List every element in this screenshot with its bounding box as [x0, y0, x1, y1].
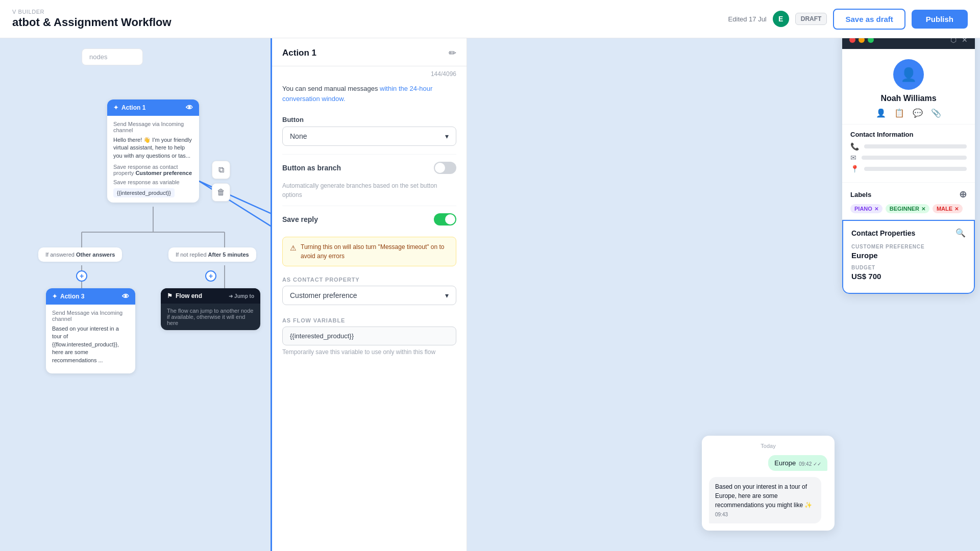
sparkle-icon2: ✦ [52, 293, 57, 300]
email-bar [862, 156, 967, 160]
branch-desc: Automatically generate branches based on… [282, 181, 456, 199]
remove-male[interactable]: ✕ [954, 206, 959, 212]
draft-badge: DRAFT [795, 13, 827, 25]
labels-section: Labels ⊕ PIANO ✕ BEGINNER ✕ MALE ✕ [842, 183, 975, 220]
node-send-msg: Send Message via Incoming channel [113, 121, 193, 133]
flow-variable-label: AS FLOW VARIABLE [272, 313, 467, 327]
chat-bubble-europe: Europe 09:42 ✓✓ [768, 455, 827, 471]
add-label-button[interactable]: ⊕ [959, 189, 967, 200]
flow-variable-hint: Temporarily save this variable to use on… [282, 348, 456, 356]
attachment-icon[interactable]: 📎 [931, 108, 941, 118]
label-beginner: BEGINNER ✕ [886, 204, 929, 213]
user-icon[interactable]: 👤 [876, 108, 886, 118]
customer-preference-label: CUSTOMER PREFERENCE [851, 244, 966, 249]
node-flow-end-body: The flow can jump to another node if ava… [161, 304, 260, 330]
delete-button[interactable]: 🗑 [212, 183, 230, 202]
char-count: 144/4096 [272, 66, 467, 80]
phone-bar [864, 144, 967, 148]
save-draft-button[interactable]: Save as draft [833, 9, 905, 30]
plus-btn-left[interactable]: + [76, 270, 87, 282]
warning-icon: ⚠ [290, 243, 297, 254]
action-panel-header: Action 1 ✏ [272, 38, 467, 66]
properties-section: Contact Properties 🔍 CUSTOMER PREFERENCE… [842, 220, 975, 294]
eye-icon2[interactable]: 👁 [122, 292, 129, 300]
button-as-branch-toggle[interactable] [434, 162, 456, 174]
contact-info-section: Contact Information 📞 ✉ 📍 [842, 124, 975, 183]
flag-icon: ⚑ [167, 292, 173, 299]
publish-button[interactable]: Publish [912, 10, 968, 29]
node-action1-body: Send Message via Incoming channel Hello … [107, 116, 199, 203]
label-piano: PIANO ✕ [850, 204, 883, 213]
branch-other-answers[interactable]: If answered Other answers [38, 247, 122, 262]
node-message-text: Hello there! 👋 I'm your friendly virtual… [113, 136, 193, 160]
contact-email-row: ✉ [850, 154, 967, 162]
contact-property-label: AS CONTACT PROPERTY [272, 272, 467, 286]
jump-to-label: ➜ Jump to [229, 293, 254, 299]
chat-bubble-right-wrapper: Europe 09:42 ✓✓ [709, 455, 827, 473]
node-action1[interactable]: ✦ Action 1 👁 Send Message via Incoming c… [107, 99, 199, 203]
node-save-response1: Save response as contact property Custom… [113, 164, 193, 176]
float-actions: ⧉ 🗑 [212, 161, 230, 202]
remove-beginner[interactable]: ✕ [921, 206, 925, 212]
copy-button[interactable]: ⧉ [212, 161, 230, 179]
location-bar [864, 167, 967, 171]
save-reply-label: Save reply [282, 215, 318, 223]
label-male: MALE ✕ [933, 204, 963, 213]
button-section-label: Button [272, 110, 467, 127]
button-as-branch-row: Button as branch [282, 154, 456, 181]
node-flow-end[interactable]: ⚑ Flow end ➜ Jump to The flow can jump t… [161, 288, 260, 330]
save-reply-row: Save reply [282, 206, 456, 233]
top-bar-right: Edited 17 Jul E DRAFT Save as draft Publ… [728, 9, 968, 30]
chevron-down-icon: ▾ [445, 132, 449, 140]
node-action1-header: ✦ Action 1 👁 [107, 99, 199, 116]
contact-header: 👤 Noah Williams 👤 📋 💬 📎 [842, 49, 975, 124]
location-icon: 📍 [850, 165, 859, 173]
branch-not-replied[interactable]: If not replied After 5 minutes [168, 247, 256, 262]
chat-today: Today [709, 443, 827, 449]
button-dropdown[interactable]: None ▾ [282, 127, 456, 146]
plus-btn-right[interactable]: + [205, 270, 216, 282]
eye-icon[interactable]: 👁 [186, 104, 193, 112]
top-bar: V BUILDER atbot & Assignment Workflow Ed… [0, 0, 980, 38]
search-properties-icon[interactable]: 🔍 [955, 228, 966, 238]
action-panel: Action 1 ✏ 144/4096 You can send manual … [271, 38, 467, 551]
node-save-response2: Save response as variable [113, 179, 193, 185]
remove-piano[interactable]: ✕ [874, 206, 878, 212]
label-tags: PIANO ✕ BEGINNER ✕ MALE ✕ [850, 204, 967, 213]
contact-phone-row: 📞 [850, 142, 967, 151]
phone-icon: 📞 [850, 142, 859, 151]
node-action3-body: Send Message via Incoming channel Based … [46, 305, 135, 373]
flow-variable-input[interactable]: {{interested_product}} [282, 327, 456, 345]
clipboard-icon[interactable]: 📋 [894, 108, 904, 118]
sparkle-icon: ✦ [113, 104, 118, 111]
email-icon: ✉ [850, 154, 856, 162]
chat-time-right: 09:42 ✓✓ [799, 461, 821, 467]
node-variable: {{interested_product}} [113, 188, 175, 197]
budget-value: US$ 700 [851, 272, 966, 281]
user-avatar: E [773, 11, 789, 27]
edit-icon[interactable]: ✏ [449, 47, 456, 59]
warning-box: ⚠ Turning this on will also turn "Messag… [282, 237, 456, 266]
customer-preference-value: Europe [851, 251, 966, 260]
labels-title: Labels ⊕ [850, 189, 967, 200]
budget-label: BUDGET [851, 265, 966, 270]
edited-label: Edited 17 Jul [728, 15, 767, 23]
contact-icons-row: 👤 📋 💬 📎 [850, 108, 967, 118]
search-nodes-input[interactable]: nodes [82, 48, 143, 65]
node-flow-end-header: ⚑ Flow end ➜ Jump to [161, 288, 260, 304]
contact-panel: ⬡ ✕ 👤 Noah Williams 👤 📋 💬 📎 Contact Info… [842, 31, 975, 294]
chat-icon[interactable]: 💬 [913, 108, 923, 118]
action-panel-title: Action 1 [282, 48, 316, 58]
contact-name: Noah Williams [850, 94, 967, 103]
chat-time-left: 09:43 [715, 511, 815, 518]
contact-info-title: Contact Information [850, 131, 967, 138]
contact-property-dropdown[interactable]: Customer preference ▾ [282, 286, 456, 305]
builder-label: V BUILDER [12, 9, 728, 15]
top-bar-left: V BUILDER atbot & Assignment Workflow [12, 9, 728, 29]
contact-location-row: 📍 [850, 165, 967, 173]
node-action3[interactable]: ✦ Action 3 👁 Send Message via Incoming c… [46, 288, 135, 373]
contact-avatar: 👤 [893, 59, 924, 90]
node-action3-header: ✦ Action 3 👁 [46, 288, 135, 305]
workflow-title: atbot & Assignment Workflow [12, 16, 728, 29]
save-reply-toggle[interactable] [434, 213, 456, 226]
